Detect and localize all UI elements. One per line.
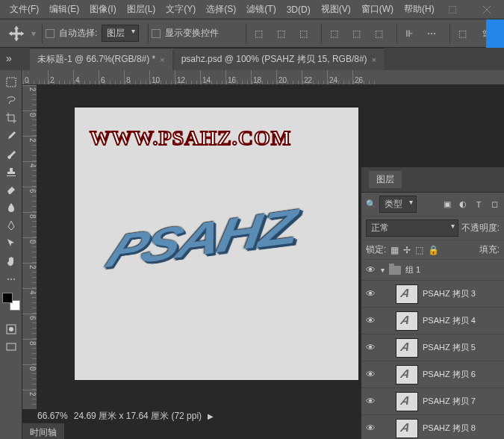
visibility-toggle[interactable]: 👁 xyxy=(364,342,376,353)
lock-artboard-icon[interactable]: ⬚ xyxy=(415,245,423,255)
group-name[interactable]: 组 1 xyxy=(405,264,420,275)
svg-rect-1 xyxy=(449,6,456,13)
zoom-level[interactable]: 66.67% xyxy=(37,411,68,421)
tool-toggle[interactable]: ⋯ xyxy=(2,271,20,287)
tool-stamp[interactable] xyxy=(2,164,20,180)
align-vcenter-icon[interactable]: ⬚ xyxy=(272,25,290,43)
auto-select-dropdown[interactable]: 图层 xyxy=(102,25,139,42)
menu-view[interactable]: 视图(V) xyxy=(316,0,356,19)
auto-select-checkbox[interactable] xyxy=(46,29,55,38)
layer-name[interactable]: PSAHZ 拷贝 3 xyxy=(423,288,476,299)
tool-quickmask[interactable] xyxy=(2,321,20,337)
tab-1-close[interactable]: × xyxy=(160,55,164,64)
menu-image[interactable]: 图像(I) xyxy=(84,0,121,19)
ruler-vertical[interactable]: 2024680246802468 xyxy=(22,85,37,409)
group-expand-icon[interactable]: ▾ xyxy=(381,266,385,274)
align-left-icon[interactable]: ⬚ xyxy=(325,25,343,43)
tool-hand[interactable] xyxy=(2,253,20,270)
lock-pixels-icon[interactable]: ▦ xyxy=(391,245,399,255)
tabs-menu-icon[interactable]: » xyxy=(6,52,12,64)
distribute-icon[interactable]: ⊪ xyxy=(400,25,418,43)
window-maximize[interactable] xyxy=(435,0,470,19)
layer-row[interactable]: 👁PSAHZ 拷贝 3 xyxy=(361,281,504,308)
fg-color-swatch[interactable] xyxy=(2,293,13,303)
align-bottom-icon[interactable]: ⬚ xyxy=(294,25,312,43)
tool-eraser[interactable] xyxy=(2,181,20,198)
layer-thumbnail[interactable] xyxy=(396,419,418,438)
layer-thumbnail[interactable] xyxy=(396,365,418,384)
layer-row[interactable]: 👁PSAHZ 拷贝 8 xyxy=(361,415,504,439)
menu-edit[interactable]: 编辑(E) xyxy=(44,0,84,19)
layer-thumbnail[interactable] xyxy=(396,392,418,411)
window-minimize[interactable] xyxy=(401,0,435,19)
ruler-tick: 2 xyxy=(48,70,73,85)
visibility-toggle[interactable]: 👁 xyxy=(364,369,376,380)
visibility-toggle[interactable]: 👁 xyxy=(364,423,376,434)
layer-name[interactable]: PSAHZ 拷贝 8 xyxy=(423,423,476,434)
visibility-toggle[interactable]: 👁 xyxy=(364,288,376,299)
document-tab-1[interactable]: 未标题-1 @ 66.7%(RGB/8#) * × xyxy=(30,48,172,70)
layer-filter-dropdown[interactable]: 类型 xyxy=(379,196,417,213)
tool-lasso[interactable] xyxy=(2,92,20,108)
menu-file[interactable]: 文件(F) xyxy=(4,0,44,19)
color-swatches[interactable] xyxy=(2,293,20,311)
timeline-panel-tab[interactable]: 时间轴 xyxy=(22,423,64,439)
layer-row[interactable]: 👁PSAHZ 拷贝 7 xyxy=(361,388,504,415)
tool-screenmode[interactable] xyxy=(2,339,20,355)
layer-name[interactable]: PSAHZ 拷贝 7 xyxy=(423,396,476,407)
layer-row[interactable]: 👁PSAHZ 拷贝 5 xyxy=(361,334,504,361)
menu-bar: 文件(F) 编辑(E) 图像(I) 图层(L) 文字(Y) 选择(S) 滤镜(T… xyxy=(0,0,504,19)
more-options-icon[interactable]: ⋯ xyxy=(423,25,441,43)
tool-pen[interactable] xyxy=(2,217,20,234)
menu-window[interactable]: 窗口(W) xyxy=(356,0,399,19)
document-tab-2[interactable]: psahz.psd @ 100% (PSAHZ 拷贝 15, RGB/8#) × xyxy=(174,48,384,70)
document-canvas[interactable]: WWW.PSAHZ.COM PSAHZ xyxy=(75,108,358,380)
layer-name[interactable]: PSAHZ 拷贝 4 xyxy=(423,315,476,326)
options-bar: ▾ 自动选择: 图层 显示变换控件 ⬚ ⬚ ⬚ ⬚ ⬚ ⬚ ⊪ ⋯ ⬚ ⇪ xyxy=(0,19,504,48)
tool-crop[interactable] xyxy=(2,110,20,126)
window-close[interactable] xyxy=(470,0,504,19)
filter-type-icon[interactable]: T xyxy=(473,199,484,210)
blend-mode-dropdown[interactable]: 正常 xyxy=(366,220,458,237)
align-top-icon[interactable]: ⬚ xyxy=(249,25,267,43)
visibility-toggle[interactable]: 👁 xyxy=(364,315,376,326)
filter-pixel-icon[interactable]: ▣ xyxy=(442,199,452,210)
layer-group[interactable]: 👁 ▾ 组 1 xyxy=(361,260,504,281)
layers-list[interactable]: 👁 ▾ 组 1 👁PSAHZ 拷贝 3👁PSAHZ 拷贝 4👁PSAHZ 拷贝 … xyxy=(361,260,504,439)
ruler-horizontal[interactable]: 02468101214161820222426 xyxy=(22,70,504,85)
tool-marquee[interactable] xyxy=(2,74,20,90)
lock-position-icon[interactable]: ✢ xyxy=(403,245,411,255)
3d-mode-icon[interactable]: ⬚ xyxy=(453,25,471,43)
visibility-toggle[interactable]: 👁 xyxy=(364,396,376,407)
lock-all-icon[interactable]: 🔒 xyxy=(428,245,439,255)
menu-filter[interactable]: 滤镜(T) xyxy=(241,0,281,19)
tool-brush[interactable] xyxy=(2,146,20,162)
layer-row[interactable]: 👁PSAHZ 拷贝 4 xyxy=(361,308,504,334)
align-right-icon[interactable]: ⬚ xyxy=(370,25,388,43)
layer-name[interactable]: PSAHZ 拷贝 6 xyxy=(423,369,476,380)
layer-thumbnail[interactable] xyxy=(396,284,418,304)
menu-3d[interactable]: 3D(D) xyxy=(281,1,316,18)
move-tool-icon[interactable] xyxy=(7,25,25,43)
document-dims: 24.69 厘米 x 17.64 厘米 (72 ppi) xyxy=(74,410,202,423)
layer-row[interactable]: 👁PSAHZ 拷贝 6 xyxy=(361,361,504,388)
tool-blur[interactable] xyxy=(2,199,20,216)
menu-type[interactable]: 文字(Y) xyxy=(161,0,201,19)
layer-name[interactable]: PSAHZ 拷贝 5 xyxy=(423,342,476,353)
layer-thumbnail[interactable] xyxy=(396,338,418,358)
tool-eyedropper[interactable] xyxy=(2,128,20,144)
filter-adjust-icon[interactable]: ◐ xyxy=(458,199,468,210)
filter-shape-icon[interactable]: ◻ xyxy=(489,199,500,210)
show-transform-checkbox[interactable] xyxy=(152,29,161,38)
status-menu-icon[interactable]: ▶ xyxy=(208,412,214,420)
tool-path-select[interactable] xyxy=(2,235,20,252)
menu-select[interactable]: 选择(S) xyxy=(201,0,241,19)
layers-panel-tabs: 图层 xyxy=(361,167,504,193)
layers-tab[interactable]: 图层 xyxy=(369,171,402,188)
tab-2-close[interactable]: × xyxy=(372,55,376,64)
align-hcenter-icon[interactable]: ⬚ xyxy=(347,25,365,43)
menu-layer[interactable]: 图层(L) xyxy=(122,0,161,19)
visibility-toggle[interactable]: 👁 xyxy=(364,264,376,275)
ruler-tick: 22 xyxy=(302,70,327,85)
layer-thumbnail[interactable] xyxy=(396,311,418,331)
